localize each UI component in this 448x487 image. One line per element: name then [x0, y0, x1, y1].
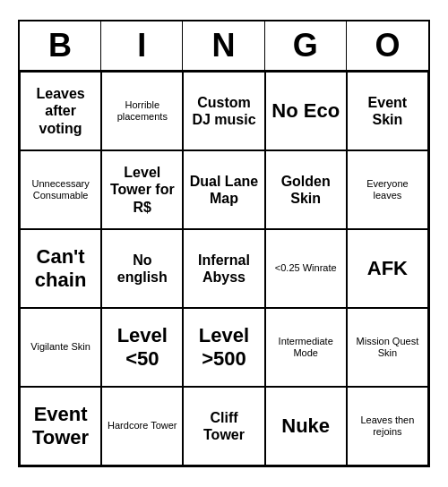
bingo-cell-13: <0.25 Winrate — [265, 229, 347, 308]
bingo-cell-4: Event Skin — [347, 72, 428, 150]
bingo-cell-21: Hardcore Tower — [101, 387, 183, 466]
bingo-cell-16: Level <50 — [101, 308, 183, 387]
bingo-cell-text-1: Horrible placements — [106, 99, 178, 123]
bingo-cell-text-11: No english — [106, 252, 178, 286]
bingo-cell-9: Everyone leaves — [347, 150, 428, 229]
bingo-cell-text-4: Event Skin — [351, 94, 424, 128]
bingo-cell-text-17: Level >500 — [187, 324, 260, 372]
bingo-cell-text-14: AFK — [367, 257, 408, 280]
bingo-cell-text-21: Hardcore Tower — [108, 420, 177, 431]
header-letter-o: O — [347, 21, 428, 70]
bingo-cell-2: Custom DJ music — [183, 72, 264, 150]
bingo-cell-22: Cliff Tower — [183, 387, 264, 466]
bingo-cell-text-9: Everyone leaves — [351, 178, 424, 201]
bingo-cell-10: Can't chain — [20, 229, 101, 308]
bingo-cell-text-13: <0.25 Winrate — [275, 262, 337, 274]
bingo-cell-text-3: No Eco — [271, 99, 340, 123]
bingo-cell-1: Horrible placements — [101, 72, 183, 150]
bingo-cell-text-5: Unnecessary Consumable — [24, 178, 97, 201]
bingo-cell-text-18: Intermediate Mode — [270, 336, 342, 359]
bingo-cell-12: Infernal Abyss — [183, 229, 264, 308]
bingo-cell-15: Vigilante Skin — [20, 308, 101, 387]
bingo-card: BINGO Leaves after votingHorrible placem… — [18, 20, 430, 467]
bingo-cell-11: No english — [101, 229, 183, 308]
bingo-cell-7: Dual Lane Map — [183, 150, 264, 229]
bingo-cell-23: Nuke — [265, 387, 347, 466]
bingo-header: BINGO — [20, 21, 428, 72]
bingo-cell-0: Leaves after voting — [20, 72, 101, 150]
bingo-cell-text-15: Vigilante Skin — [30, 341, 90, 353]
bingo-cell-24: Leaves then rejoins — [347, 387, 428, 466]
bingo-cell-text-0: Leaves after voting — [24, 85, 97, 137]
bingo-cell-text-10: Can't chain — [24, 245, 97, 293]
bingo-grid: Leaves after votingHorrible placementsCu… — [20, 72, 428, 466]
bingo-cell-text-7: Dual Lane Map — [187, 173, 260, 207]
bingo-cell-18: Intermediate Mode — [265, 308, 347, 387]
bingo-cell-8: Golden Skin — [265, 150, 347, 229]
bingo-cell-5: Unnecessary Consumable — [20, 150, 101, 229]
bingo-cell-3: No Eco — [265, 72, 347, 150]
bingo-cell-text-2: Custom DJ music — [187, 94, 260, 128]
bingo-cell-text-16: Level <50 — [106, 324, 178, 372]
header-letter-i: I — [101, 21, 183, 70]
bingo-cell-text-22: Cliff Tower — [187, 409, 260, 443]
bingo-cell-text-23: Nuke — [281, 414, 330, 438]
bingo-cell-text-20: Event Tower — [24, 403, 97, 450]
bingo-cell-text-6: Level Tower for R$ — [106, 164, 178, 216]
bingo-cell-text-19: Mission Quest Skin — [351, 336, 424, 359]
bingo-cell-6: Level Tower for R$ — [101, 150, 183, 229]
header-letter-n: N — [183, 21, 264, 70]
bingo-cell-20: Event Tower — [20, 387, 101, 466]
bingo-cell-19: Mission Quest Skin — [347, 308, 428, 387]
bingo-cell-17: Level >500 — [183, 308, 264, 387]
header-letter-b: B — [20, 21, 101, 70]
header-letter-g: G — [265, 21, 347, 70]
bingo-cell-text-8: Golden Skin — [270, 173, 342, 207]
bingo-cell-14: AFK — [347, 229, 428, 308]
bingo-cell-text-12: Infernal Abyss — [187, 252, 260, 286]
bingo-cell-text-24: Leaves then rejoins — [351, 414, 424, 438]
